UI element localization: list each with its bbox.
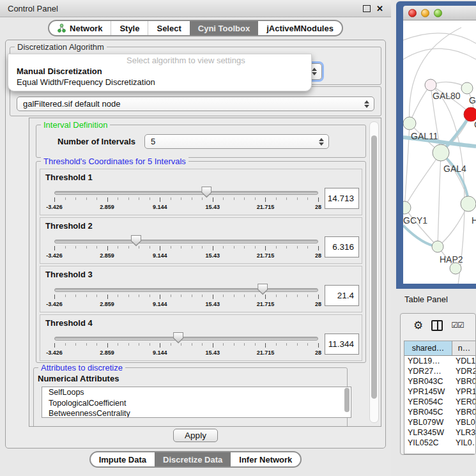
float-window-icon[interactable] — [363, 5, 371, 12]
dropdown-item-manual-discretization[interactable]: Manual Discretization — [8, 66, 311, 77]
network-canvas[interactable]: GAL80GACGAL11GAL4GCY1HHAP2 — [403, 20, 476, 284]
right-column: GAL80GACGAL11GAL4GCY1HHAP2 Table Panel ⚙… — [391, 0, 476, 476]
network-node[interactable] — [433, 144, 449, 161]
node-label: GA — [469, 95, 476, 105]
attribute-item[interactable]: BetweennessCentrality — [42, 408, 351, 418]
tab-jactivemnodules[interactable]: jActiveMNodules — [258, 21, 342, 35]
network-node[interactable] — [403, 117, 416, 130]
split-table-icon[interactable] — [431, 320, 443, 331]
slider-rail[interactable] — [54, 240, 318, 243]
slider-thumb[interactable] — [201, 187, 211, 198]
combo-arrows-icon — [364, 100, 369, 108]
tab-label: Discretize Data — [163, 455, 222, 464]
node-label: GAL11 — [411, 131, 438, 141]
column-header-name[interactable]: n… — [452, 341, 476, 355]
select-columns-icon[interactable]: ☑☑ — [451, 321, 464, 330]
settings-scroll-panel: Interval Definition Number of Intervals … — [29, 118, 381, 427]
group-title: Discretization Algorithm — [15, 42, 107, 52]
tab-label: Cyni Toolbox — [198, 24, 250, 33]
tab-label: Impute Data — [99, 455, 146, 464]
slider-rail[interactable] — [54, 191, 318, 195]
table-header-row: shared… n… — [404, 341, 476, 356]
table-data-combobox[interactable]: galFiltered.sif default node — [17, 96, 374, 111]
slider-thumb[interactable] — [257, 284, 268, 295]
num-intervals-combobox[interactable]: 5 — [144, 134, 329, 149]
tab-label: Style — [119, 24, 139, 33]
tab-discretize-data[interactable]: Discretize Data — [155, 452, 231, 466]
slider-track[interactable]: -3.4262.8599.14415.4321.71528 — [54, 281, 318, 311]
network-view-window: GAL80GACGAL11GAL4GCY1HHAP2 — [396, 1, 476, 289]
node-label: GCY1 — [403, 215, 427, 226]
table-row[interactable]: YIL052CYIL0… — [404, 438, 476, 448]
network-node[interactable] — [461, 196, 476, 211]
tab-label: Infer Network — [239, 455, 292, 464]
column-header-shared-name[interactable]: shared… — [404, 341, 452, 355]
dropdown-item-equal-width-frequency[interactable]: Equal Width/Frequency Discretization — [8, 77, 311, 88]
slider-ticks — [54, 197, 318, 203]
network-node[interactable] — [403, 201, 411, 214]
table-row[interactable]: YLR345WYLR3… — [404, 427, 476, 438]
panel-scrollbar[interactable] — [369, 121, 379, 423]
num-intervals-label: Number of Intervals — [58, 137, 135, 146]
slider-rail[interactable] — [54, 337, 318, 341]
group-title: Attributes to discretize — [38, 363, 125, 372]
network-icon — [58, 24, 66, 33]
slider-track[interactable]: -3.4262.8599.14415.4321.71528 — [54, 184, 318, 213]
network-window-titlebar — [403, 6, 476, 20]
attribute-item[interactable]: TopologicalCoefficient — [42, 398, 351, 409]
network-node[interactable] — [450, 263, 461, 274]
threshold-value-field[interactable]: 11.344 — [325, 334, 359, 355]
node-label: HAP2 — [440, 254, 463, 265]
slider-thumb[interactable] — [173, 332, 183, 344]
numerical-attributes-heading: Numerical Attributes — [38, 374, 119, 383]
slider-ticks — [54, 343, 318, 348]
zoom-traffic-light[interactable] — [434, 9, 442, 17]
list-scrollbar[interactable] — [344, 388, 350, 416]
network-node[interactable] — [432, 241, 443, 252]
table-body: YDL19…YDL1…YDR27…YDR2…YBR043CYBR0…YPR145… — [404, 356, 476, 448]
tab-style[interactable]: Style — [111, 21, 148, 35]
network-node[interactable] — [425, 79, 436, 91]
slider-track[interactable]: -3.4262.8599.14415.4321.71528 — [54, 330, 318, 359]
threshold-slider-4: Threshold 4 -3.4262.8599.14415.4321.7152… — [40, 314, 362, 361]
attribute-item[interactable]: SelfLoops — [42, 387, 351, 398]
slider-scale-labels: -3.4262.8599.14415.4321.71528 — [54, 349, 318, 357]
table-row[interactable]: YER054CYER0… — [404, 397, 476, 407]
table-row[interactable]: YDR27…YDR2… — [404, 366, 476, 376]
slider-track[interactable]: -3.4262.8599.14415.4321.71528 — [54, 233, 318, 262]
top-tab-bar: Network Style Select Cyni Toolbox jActiv… — [0, 20, 391, 36]
threshold-label: Threshold 3 — [45, 270, 93, 279]
panel-scrollbar-thumb[interactable] — [371, 135, 377, 399]
tab-label: Network — [70, 24, 102, 33]
panel-title: Control Panel — [8, 4, 58, 13]
tab-cyni-toolbox[interactable]: Cyni Toolbox — [190, 21, 258, 35]
bottom-tab-bar: Impute Data Discretize Data Infer Networ… — [0, 451, 391, 468]
table-row[interactable]: YPR145WYPR1… — [404, 387, 476, 397]
network-node[interactable] — [461, 82, 473, 94]
threshold-value-field[interactable]: 6.316 — [325, 236, 359, 257]
slider-rail[interactable] — [54, 288, 318, 292]
threshold-slider-1: Threshold 1 -3.4262.8599.14415.4321.7152… — [40, 169, 362, 215]
close-traffic-light[interactable] — [408, 9, 417, 17]
settings-gear-icon[interactable]: ⚙ — [413, 320, 423, 331]
numerical-attributes-list[interactable]: SelfLoopsTopologicalCoefficientBetweenne… — [42, 387, 351, 418]
threshold-label: Threshold 4 — [45, 318, 93, 328]
group-title: Interval Definition — [41, 120, 110, 130]
threshold-coordinates-group: Threshold's Coordinates for 5 Intervals … — [36, 161, 366, 363]
table-row[interactable]: YBL079WYBL0… — [404, 417, 476, 427]
table-row[interactable]: YBR045CYBR0… — [404, 407, 476, 417]
tab-network[interactable]: Network — [49, 21, 111, 35]
apply-button[interactable]: Apply — [173, 429, 218, 442]
slider-thumb[interactable] — [131, 235, 141, 247]
minimize-traffic-light[interactable] — [421, 9, 429, 17]
attributes-to-discretize-group: Attributes to discretize Numerical Attri… — [33, 367, 348, 427]
threshold-value-field[interactable]: 21.4 — [325, 285, 359, 306]
tab-select[interactable]: Select — [148, 21, 189, 35]
close-icon[interactable]: ✕ — [376, 4, 383, 13]
slider-ticks — [54, 246, 318, 251]
tab-infer-network[interactable]: Infer Network — [231, 452, 300, 466]
threshold-value-field[interactable]: 14.713 — [325, 188, 359, 209]
table-row[interactable]: YBR043CYBR0… — [404, 376, 476, 387]
tab-impute-data[interactable]: Impute Data — [91, 452, 155, 466]
table-row[interactable]: YDL19…YDL1… — [404, 356, 476, 366]
